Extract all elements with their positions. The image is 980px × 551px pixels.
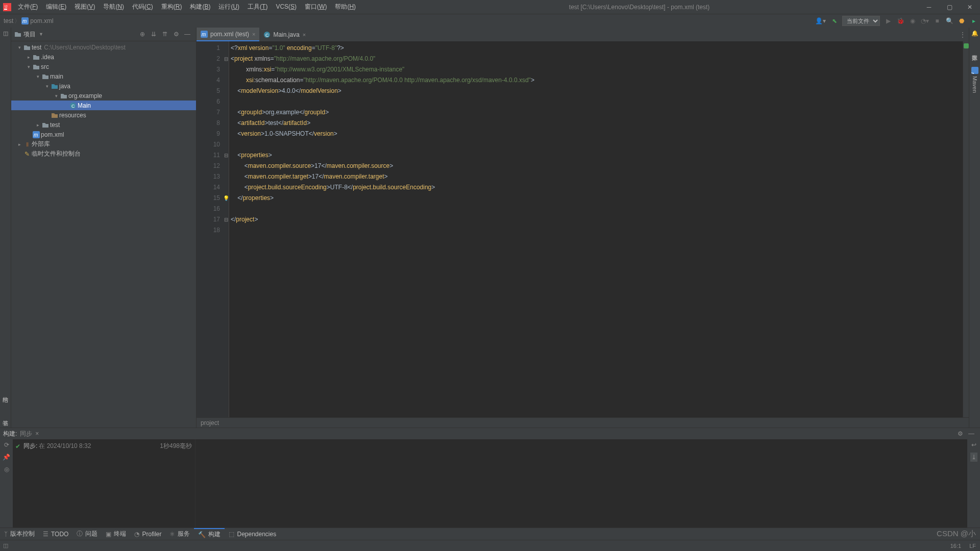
scroll-end-icon[interactable]: ⤓	[970, 453, 977, 462]
project-panel-header: 项目 ▼ ⊕ ⇊ ⇈ ⚙ —	[11, 28, 196, 41]
project-panel: 项目 ▼ ⊕ ⇊ ⇈ ⚙ — ▾testC:\Users\Lenovo\Desk…	[11, 28, 197, 428]
bottom-tool-profiler[interactable]: ◔Profiler	[130, 528, 165, 540]
menu-5[interactable]: 重构(R)	[157, 3, 186, 10]
build-project-button[interactable]: ⬉	[829, 14, 840, 28]
menu-11[interactable]: 帮助(H)	[331, 3, 360, 10]
bottom-tool-terminal[interactable]: ▣终端	[102, 528, 130, 540]
tree-node-org.example[interactable]: ▾org.example	[11, 91, 196, 101]
window-title: test [C:\Users\Lenovo\Desktop\test] - po…	[360, 4, 919, 11]
expand-all-icon[interactable]: ⇊	[148, 31, 159, 38]
bottom-tool-problems[interactable]: ⓘ问题	[72, 528, 102, 540]
bottom-tool-todo[interactable]: ☰TODO	[39, 528, 72, 540]
success-check-icon: ✔	[15, 443, 20, 450]
build-settings-icon[interactable]: ⚙	[954, 430, 966, 437]
gutter-fold[interactable]: ⊟⊟💡⊟	[223, 41, 229, 417]
menu-10[interactable]: 窗口(W)	[301, 3, 331, 10]
stop-button[interactable]: ■	[931, 14, 943, 28]
bookmarks-tool-button[interactable]: 书签	[0, 404, 11, 428]
build-output[interactable]	[195, 439, 967, 528]
bottom-tool-deps[interactable]: ⬚Dependencies	[225, 528, 280, 540]
breadcrumb-file[interactable]: m pom.xml	[21, 17, 53, 24]
select-opened-file-icon[interactable]: ⊕	[137, 31, 148, 38]
navigation-bar: test 〉 m pom.xml 👤▾ ⬉ 当前文件 ▶ 🐞 ◉ ◔▾ ■ 🔍 …	[0, 14, 980, 28]
close-build-tab-icon[interactable]: ×	[35, 430, 39, 437]
tree-node-外部库[interactable]: ▸⫴外部库	[11, 139, 196, 149]
tree-node-pom.xml[interactable]: mpom.xml	[11, 130, 196, 139]
tree-node-main[interactable]: ▾main	[11, 71, 196, 81]
build-tab[interactable]: 同步	[20, 430, 32, 438]
updates-button[interactable]: ⬣	[955, 14, 968, 28]
bottom-tool-vcs[interactable]: ᛉ版本控制	[0, 528, 39, 540]
soft-wrap-icon[interactable]: ↩	[971, 441, 976, 448]
project-tree[interactable]: ▾testC:\Users\Lenovo\Desktop\test▸.idea▾…	[11, 41, 196, 428]
status-bar: ◫ 16:1 LF	[0, 540, 980, 551]
tree-node-java[interactable]: ▾java	[11, 81, 196, 91]
build-task-list[interactable]: ✔ 同步: 在 2024/10/10 8:32 1秒498毫秒	[13, 439, 195, 528]
profile-button[interactable]: ◔▾	[919, 14, 931, 28]
tab-Main.java[interactable]: CMain.java×	[259, 28, 310, 41]
tab-pom.xml (test)[interactable]: mpom.xml (test)×	[197, 28, 259, 41]
code-content[interactable]: <?xml version="1.0" encoding="UTF-8"?><p…	[229, 41, 963, 417]
menu-2[interactable]: 视图(V)	[70, 3, 99, 10]
structure-tool-button[interactable]: 结构	[0, 381, 11, 404]
menu-3[interactable]: 导航(N)	[99, 3, 128, 10]
code-editor[interactable]: 123456789101112131415161718 ⊟⊟💡⊟ <?xml v…	[197, 41, 969, 417]
editor-area: mpom.xml (test)×CMain.java× ⋮ 1234567891…	[197, 28, 969, 428]
filter-icon[interactable]: ◎	[4, 466, 9, 473]
tree-node-.idea[interactable]: ▸.idea	[11, 52, 196, 62]
menu-9[interactable]: VCS(S)	[272, 3, 301, 10]
tree-node-Main[interactable]: CMain	[11, 101, 196, 110]
breadcrumb[interactable]: test 〉 m pom.xml	[0, 17, 54, 26]
analysis-ok-icon	[964, 43, 969, 48]
menu-8[interactable]: 工具(T)	[243, 3, 272, 10]
maven-tool-button[interactable]: m Maven	[969, 62, 981, 98]
tree-node-test[interactable]: ▸test	[11, 120, 196, 130]
maximize-button[interactable]: ▢	[939, 0, 960, 14]
menu-7[interactable]: 运行(U)	[214, 3, 243, 10]
editor-breadcrumb[interactable]: project	[197, 417, 969, 428]
collapse-all-icon[interactable]: ⇈	[159, 31, 170, 38]
tool-windows-icon[interactable]: ◫	[0, 542, 11, 549]
tabs-more-icon[interactable]: ⋮	[957, 31, 969, 38]
close-window-button[interactable]: ✕	[960, 0, 980, 14]
notifications-button[interactable]: 🔔	[969, 28, 981, 39]
tree-node-临时文件和控制台[interactable]: ✎临时文件和控制台	[11, 149, 196, 159]
database-tool-button[interactable]: 数据库	[969, 39, 981, 62]
build-toolbar-left: ⟳ 📌 ◎	[0, 439, 13, 528]
svg-text:m: m	[34, 132, 38, 138]
menu-0[interactable]: 文件(F)	[14, 3, 42, 10]
ide-settings-button[interactable]: ▸	[968, 14, 980, 28]
hide-panel-icon[interactable]: —	[182, 31, 193, 38]
rerun-icon[interactable]: ⟳	[4, 441, 9, 448]
pin-icon[interactable]: 📌	[3, 454, 10, 461]
folder-icon	[14, 31, 21, 38]
coverage-button[interactable]: ◉	[906, 14, 919, 28]
hide-build-panel-icon[interactable]: —	[966, 430, 977, 437]
left-tool-strip: ◫ 结构 书签	[0, 28, 11, 428]
menu-1[interactable]: 编辑(E)	[42, 3, 70, 10]
panel-settings-icon[interactable]: ⚙	[170, 31, 182, 38]
close-tab-icon[interactable]: ×	[252, 31, 255, 37]
minimize-button[interactable]: ─	[919, 0, 939, 14]
run-config-select[interactable]: 当前文件	[842, 16, 880, 26]
bottom-tool-build[interactable]: 🔨构建	[194, 528, 225, 540]
run-button[interactable]: ▶	[882, 14, 894, 28]
breadcrumb-root[interactable]: test	[4, 17, 13, 24]
menu-6[interactable]: 构建(B)	[186, 3, 214, 10]
menu-4[interactable]: 代码(C)	[128, 3, 157, 10]
user-icon[interactable]: 👤▾	[812, 14, 829, 28]
chevron-down-icon[interactable]: ▼	[39, 32, 43, 37]
close-tab-icon[interactable]: ×	[303, 32, 306, 38]
tree-node-resources[interactable]: resources	[11, 110, 196, 120]
caret-position[interactable]: 16:1	[946, 543, 965, 549]
line-separator[interactable]: LF	[965, 543, 980, 549]
watermark: CSDN @小	[937, 529, 980, 539]
bottom-tool-services[interactable]: ⚛服务	[165, 528, 194, 540]
debug-button[interactable]: 🐞	[894, 14, 906, 28]
tree-node-test[interactable]: ▾testC:\Users\Lenovo\Desktop\test	[11, 42, 196, 52]
app-logo: IJ	[0, 3, 14, 11]
search-everywhere-button[interactable]: 🔍	[943, 14, 955, 28]
project-tool-button[interactable]: ◫	[0, 28, 11, 39]
error-stripe[interactable]	[963, 41, 969, 417]
tree-node-src[interactable]: ▾src	[11, 62, 196, 71]
